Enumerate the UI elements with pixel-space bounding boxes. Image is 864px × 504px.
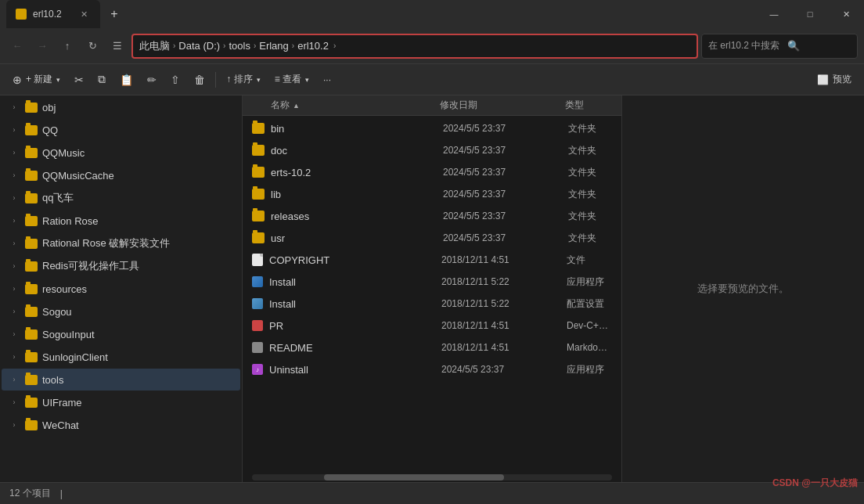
sort-button[interactable]: ↑ 排序 ▾ <box>220 68 266 92</box>
share-button[interactable]: ⇧ <box>164 68 186 92</box>
col-header-name[interactable]: 名称 ▲ <box>252 99 440 112</box>
folder-icon <box>252 123 265 134</box>
col-header-type[interactable]: 类型 <box>565 99 612 112</box>
horizontal-scrollbar[interactable] <box>252 474 612 481</box>
up-button[interactable]: ↑ <box>56 35 78 57</box>
file-date: 2024/5/5 23:37 <box>443 232 568 243</box>
cut-button[interactable]: ✂ <box>68 68 90 92</box>
refresh-button[interactable]: ↻ <box>81 35 103 57</box>
sidebar-item-10[interactable]: ›SogouInput <box>2 323 240 345</box>
forward-button[interactable]: → <box>31 35 53 57</box>
breadcrumb-segment-1[interactable]: Data (D:) › <box>178 40 225 52</box>
sidebar-item-0[interactable]: ›obj <box>2 96 240 118</box>
more-button[interactable]: ··· <box>317 68 337 92</box>
file-uninstall-icon: ♪ <box>252 364 263 375</box>
file-date: 2024/5/5 23:37 <box>443 211 568 221</box>
tab-folder-icon <box>16 9 27 20</box>
sidebar-item-14[interactable]: ›WeChat <box>2 414 240 436</box>
table-row[interactable]: PR2018/12/11 4:51Dev-C++ Tem... <box>243 315 621 337</box>
col-header-date[interactable]: 修改日期 <box>440 99 565 112</box>
cut-icon: ✂ <box>74 74 84 86</box>
chevron-icon-0: › <box>173 41 175 50</box>
minimize-button[interactable]: — <box>756 0 792 28</box>
sidebar-item-1[interactable]: ›QQ <box>2 119 240 141</box>
item-count: 12 个项目 <box>9 487 51 500</box>
chevron-icon: › <box>8 308 20 315</box>
view-button[interactable]: ≡ 查看 ▾ <box>268 68 315 92</box>
table-row[interactable]: COPYRIGHT2018/12/11 4:51文件 <box>243 249 621 271</box>
table-row[interactable]: usr2024/5/5 23:37文件夹 <box>243 227 621 249</box>
sidebar-item-4[interactable]: ›qq飞车 <box>2 187 240 209</box>
chevron-icon: › <box>8 285 20 293</box>
tab-title: erl10.2 <box>33 9 62 20</box>
share-icon: ⇧ <box>171 74 180 86</box>
sidebar-item-label: QQMusicCache <box>42 170 114 182</box>
file-list-header: 名称 ▲ 修改日期 类型 <box>243 95 621 116</box>
preview-text: 选择要预览的文件。 <box>697 282 789 296</box>
search-box[interactable]: 在 erl10.2 中搜索 🔍 <box>701 34 858 59</box>
sidebar-item-label: obj <box>42 102 56 113</box>
scrollbar-thumb[interactable] <box>324 474 504 481</box>
table-row[interactable]: doc2024/5/5 23:37文件夹 <box>243 139 621 161</box>
sidebar-item-9[interactable]: ›Sogou <box>2 301 240 322</box>
status-separator: | <box>60 488 63 499</box>
breadcrumb-segment-3[interactable]: Erlang › <box>259 40 294 52</box>
file-date: 2024/5/5 23:37 <box>443 189 568 200</box>
chevron-icon: › <box>8 376 20 383</box>
breadcrumb-label-1: Data (D:) <box>178 40 220 52</box>
close-button[interactable]: ✕ <box>828 0 864 28</box>
preview-toggle-button[interactable]: ⬜ 预览 <box>811 68 858 92</box>
folder-icon <box>25 216 38 226</box>
sidebar-item-13[interactable]: ›UIFrame <box>2 391 240 413</box>
new-button[interactable]: ⊕ + 新建 ▾ <box>6 68 67 92</box>
search-icon[interactable]: 🔍 <box>784 37 803 56</box>
sidebar-item-11[interactable]: ›SunloginClient <box>2 346 240 368</box>
table-row[interactable]: README2018/12/11 4:51Markdown File <box>243 337 621 358</box>
folder-icon <box>25 171 38 181</box>
delete-button[interactable]: 🗑 <box>188 68 211 92</box>
sidebar-item-5[interactable]: ›Ration Rose <box>2 210 240 232</box>
table-row[interactable]: releases2024/5/5 23:37文件夹 <box>243 205 621 227</box>
file-date: 2024/5/5 23:37 <box>443 145 568 156</box>
tab-area: erl10.2 ✕ + <box>6 0 756 28</box>
search-placeholder: 在 erl10.2 中搜索 <box>708 39 779 52</box>
status-bar: 12 个项目 | <box>0 482 864 504</box>
sidebar-item-6[interactable]: ›Rational Rose 破解安装文件 <box>2 232 240 254</box>
sidebar-item-12[interactable]: ›tools <box>2 369 240 391</box>
address-box[interactable]: 此电脑 › Data (D:) › tools › Erlang › erl10… <box>131 34 698 59</box>
table-row[interactable]: erts-10.22024/5/5 23:37文件夹 <box>243 161 621 183</box>
rename-button[interactable]: ✏ <box>141 68 163 92</box>
sidebar-item-2[interactable]: ›QQMusic <box>2 142 240 164</box>
file-name: PR <box>269 320 441 332</box>
sidebar-item-label: Sogou <box>42 306 72 318</box>
chevron-icon: › <box>8 330 20 338</box>
file-type: 文件 <box>567 254 612 267</box>
address-bar-area: ← → ↑ ↻ ☰ 此电脑 › Data (D:) › tools › Erla… <box>0 28 864 64</box>
breadcrumb-segment-2[interactable]: tools › <box>229 40 256 52</box>
rename-icon: ✏ <box>147 74 157 86</box>
sidebar-item-8[interactable]: ›resources <box>2 278 240 300</box>
file-list: bin2024/5/5 23:37文件夹doc2024/5/5 23:37文件夹… <box>243 116 621 473</box>
back-button[interactable]: ← <box>6 35 28 57</box>
chevron-icon: › <box>8 217 20 225</box>
new-tab-button[interactable]: + <box>103 3 125 25</box>
breadcrumb-segment-4[interactable]: erl10.2 › <box>297 40 336 52</box>
breadcrumb-label-4: erl10.2 <box>297 40 329 52</box>
file-type: 文件夹 <box>568 232 612 245</box>
breadcrumb-label-3: Erlang <box>259 40 289 52</box>
table-row[interactable]: bin2024/5/5 23:37文件夹 <box>243 117 621 139</box>
maximize-button[interactable]: □ <box>792 0 828 28</box>
breadcrumb-segment-0[interactable]: 此电脑 › <box>139 39 175 53</box>
file-exe-icon <box>252 276 263 287</box>
main-area: ›obj›QQ›QQMusic›QQMusicCache›qq飞车›Ration… <box>0 95 864 482</box>
sidebar-item-7[interactable]: ›Redis可视化操作工具 <box>2 255 240 277</box>
tab-close-button[interactable]: ✕ <box>77 8 91 21</box>
paste-button[interactable]: 📋 <box>113 68 139 92</box>
table-row[interactable]: lib2024/5/5 23:37文件夹 <box>243 183 621 205</box>
table-row[interactable]: ♪Uninstall2024/5/5 23:37应用程序 <box>243 358 621 380</box>
copy-button[interactable]: ⧉ <box>92 68 112 92</box>
sidebar-item-3[interactable]: ›QQMusicCache <box>2 164 240 186</box>
tab-erl10-2[interactable]: erl10.2 ✕ <box>6 0 100 28</box>
table-row[interactable]: Install2018/12/11 5:22配置设置 <box>243 293 621 315</box>
table-row[interactable]: Install2018/12/11 5:22应用程序 <box>243 271 621 293</box>
